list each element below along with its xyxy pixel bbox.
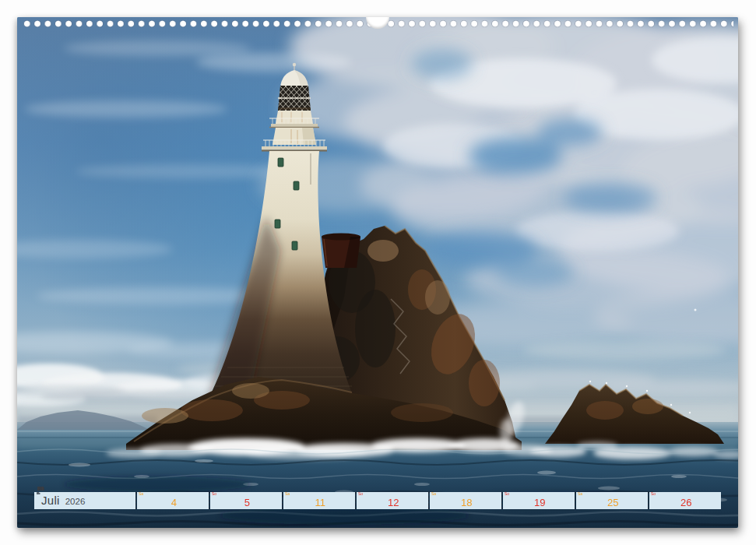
day-number: 26 xyxy=(649,497,722,508)
bird-icon xyxy=(694,309,697,311)
month-name: Juli xyxy=(41,494,60,507)
weekday-label: Sa xyxy=(139,492,143,496)
year-number: 2026 xyxy=(65,497,86,506)
day-number: 19 xyxy=(503,497,575,508)
day-cell-12: So12 xyxy=(357,492,429,509)
day-number: 5 xyxy=(210,497,283,508)
day-cell-18: Sa18 xyxy=(430,492,502,509)
day-number: 18 xyxy=(430,497,502,508)
day-cell-19: So19 xyxy=(503,492,575,509)
weekday-label: Sa xyxy=(285,492,290,496)
weekday-label: So xyxy=(358,492,363,496)
photo-sheet: Juli2026 Mi1Do2Fr3Sa4So5Mo6Di7Mi8Do9Fr10… xyxy=(17,17,738,528)
calendar-page: Juli2026 Mi1Do2Fr3Sa4So5Mo6Di7Mi8Do9Fr10… xyxy=(0,0,756,545)
weekday-label: Sa xyxy=(431,492,436,496)
weekday-label: So xyxy=(212,492,216,496)
day-cell-26: So26 xyxy=(649,492,722,509)
month-label-box: Juli2026 xyxy=(34,492,135,509)
lower-gallery xyxy=(262,146,327,150)
day-cell-4: Sa4 xyxy=(137,492,209,509)
weekday-label: So xyxy=(505,492,509,496)
lighthouse-photo xyxy=(17,17,738,528)
day-number: 12 xyxy=(357,497,429,508)
day-number: 31 xyxy=(36,484,37,491)
day-number: 11 xyxy=(283,497,356,508)
finial-ball xyxy=(293,63,296,66)
old-tower-stump xyxy=(322,234,360,269)
day-cell-25: Sa25 xyxy=(576,492,649,509)
weekday-label: Fr xyxy=(37,492,39,494)
calendar-strip: Juli2026 Mi1Do2Fr3Sa4So5Mo6Di7Mi8Do9Fr10… xyxy=(34,492,721,509)
weekday-label: So xyxy=(651,492,656,496)
day-number: 25 xyxy=(576,497,649,508)
day-cell-11: Sa11 xyxy=(283,492,356,509)
day-cell-5: So5 xyxy=(210,492,283,509)
day-number: 4 xyxy=(137,497,209,508)
upper-gallery xyxy=(271,124,318,127)
weekday-label: Sa xyxy=(578,492,582,496)
